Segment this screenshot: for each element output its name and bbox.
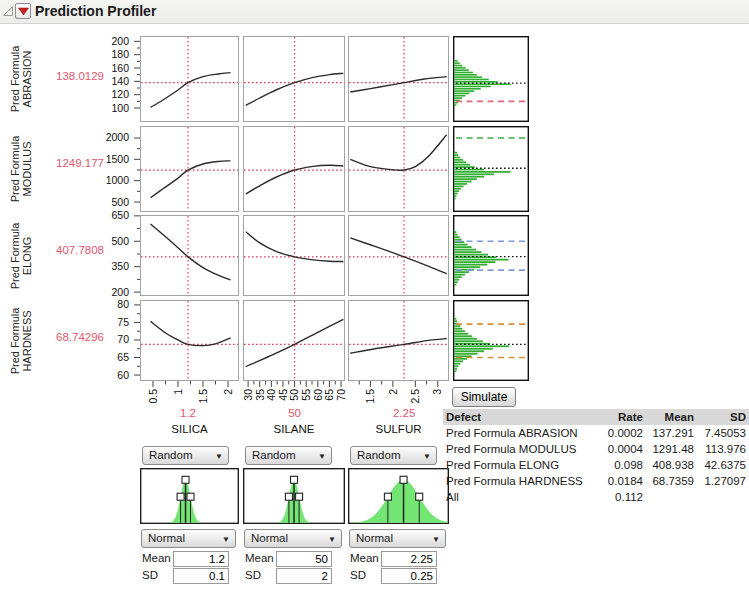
histogram-bar [454, 348, 492, 350]
sd-label-sulfur: SD [350, 568, 366, 583]
distribution-plot-silica[interactable] [140, 468, 239, 524]
red-triangle-menu-button[interactable] [15, 3, 31, 19]
simulation-histogram-hardness [453, 300, 529, 381]
silica-mean-input[interactable] [173, 551, 229, 567]
chevron-down-icon: ▼ [215, 448, 223, 465]
y-tick-label: 65 [92, 351, 129, 363]
defect-table-cell-rate: 0.0004 [588, 441, 645, 457]
profile-cell-elong-silica[interactable] [140, 215, 239, 296]
defect-table-cell-mean [645, 489, 696, 505]
profile-cell-elong-silane[interactable] [243, 215, 345, 296]
profile-cell-hardness-sulfur[interactable] [348, 300, 449, 381]
silica-sd-input[interactable] [173, 568, 229, 584]
histogram-bar [454, 266, 480, 268]
histogram-bar [454, 152, 457, 154]
x-tick-label: 2.5 [410, 389, 421, 404]
factor-current-value-sulfur[interactable]: 2.25 [369, 407, 439, 419]
simulation-histogram-elong [453, 215, 529, 296]
histogram-bar [454, 365, 458, 367]
defect-table: DefectRateMeanSDPred Formula ABRASION0.0… [443, 409, 749, 505]
mean-label-sulfur: Mean [350, 551, 379, 566]
simulate-button[interactable]: Simulate [452, 387, 516, 407]
distribution-dropdown-silica[interactable]: Normal▼ [141, 529, 236, 548]
sulfur-mean-input[interactable] [381, 551, 437, 567]
profile-cell-abrasion-silane[interactable] [243, 36, 345, 122]
histogram-bar [454, 76, 482, 78]
histogram-bar [454, 318, 456, 320]
simulation-histogram-modulus [453, 126, 529, 212]
silane-mean-input[interactable] [276, 551, 332, 567]
defect-table-cell-sd [696, 489, 748, 505]
chevron-down-icon: ▼ [318, 448, 326, 465]
mean-handle [182, 476, 189, 483]
profile-cell-modulus-silica[interactable] [140, 126, 239, 212]
profile-cell-hardness-silica[interactable] [140, 300, 239, 381]
defect-table-cell-sd: 113.976 [696, 441, 748, 457]
histogram-bar [454, 333, 468, 335]
mean-handle [400, 476, 407, 483]
histogram-bar [454, 173, 494, 175]
random-dropdown-silica[interactable]: Random▼ [142, 446, 229, 465]
response-label-prefix: Pred Formula [9, 307, 21, 374]
y-tick-label: 350 [92, 260, 129, 272]
distribution-plot-silane[interactable] [243, 468, 345, 524]
histogram-bar [454, 251, 481, 253]
y-tick-label: 500 [92, 235, 129, 247]
histogram-bar [454, 271, 469, 273]
profile-cell-modulus-silane[interactable] [243, 126, 345, 212]
defect-table-cell-mean: 1291.48 [645, 441, 696, 457]
histogram-bar [454, 274, 465, 276]
outline-header: Prediction Profiler [0, 0, 749, 24]
y-tick-label: 140 [92, 75, 129, 87]
x-tick-label: 35 [254, 389, 265, 401]
random-dropdown-sulfur[interactable]: Random▼ [350, 446, 437, 465]
defect-table-cell-mean: 68.7359 [645, 473, 696, 489]
histogram-bar [454, 279, 459, 281]
profile-cell-modulus-sulfur[interactable] [348, 126, 449, 212]
histogram-bar [454, 198, 455, 200]
profile-cell-abrasion-silica[interactable] [140, 36, 239, 122]
profile-cell-abrasion-sulfur[interactable] [348, 36, 449, 122]
x-tick-label: 1.5 [198, 389, 209, 404]
distribution-plot-sulfur[interactable] [348, 468, 449, 524]
factor-current-value-silane[interactable]: 50 [260, 407, 330, 419]
silane-sd-input[interactable] [276, 568, 332, 584]
histogram-bar [454, 195, 456, 197]
histogram-bar [454, 281, 457, 283]
histogram-bar [454, 190, 459, 192]
sd-label-silane: SD [245, 568, 261, 583]
distribution-dropdown-sulfur[interactable]: Normal▼ [349, 529, 446, 548]
y-tick-label: 100 [92, 102, 129, 114]
defect-table-cell-name: Pred Formula MODULUS [443, 441, 588, 457]
sd-handle [187, 493, 194, 500]
random-dropdown-label: Random [357, 449, 400, 461]
response-label-prefix: Pred Formula [9, 46, 21, 113]
histogram-bar [454, 193, 457, 195]
x-tick-label: 50 [289, 389, 300, 401]
x-tick-label: 30 [243, 389, 254, 401]
y-tick-label: 1500 [92, 153, 129, 165]
histogram-bar [454, 104, 456, 106]
histogram-bar [454, 157, 460, 159]
y-axis-ticks-hardness [131, 295, 140, 386]
defect-table-cell-name: Pred Formula ELONG [443, 457, 588, 473]
histogram-bar [454, 345, 509, 347]
random-dropdown-silane[interactable]: Random▼ [245, 446, 332, 465]
profile-cell-elong-sulfur[interactable] [348, 215, 449, 296]
x-tick-label: 1 [173, 389, 184, 395]
histogram-bar [454, 81, 498, 83]
defect-table-header-cell: SD [696, 409, 748, 425]
defect-table-header-cell: Defect [443, 409, 588, 425]
factor-name-silica: SILICA [140, 423, 239, 435]
profile-cell-hardness-silane[interactable] [243, 300, 345, 381]
defect-table-cell-rate: 0.0002 [588, 425, 645, 441]
defect-table-cell-name: Pred Formula HARDNESS [443, 473, 588, 489]
histogram-bar [454, 246, 471, 248]
sulfur-sd-input[interactable] [381, 568, 437, 584]
sd-handle [416, 493, 423, 500]
factor-name-sulfur: SULFUR [348, 423, 449, 435]
distribution-dropdown-silane[interactable]: Normal▼ [244, 529, 342, 548]
y-axis-ticks-modulus [131, 121, 140, 217]
disclosure-triangle-icon[interactable] [2, 5, 14, 17]
factor-current-value-silica[interactable]: 1.2 [153, 407, 223, 419]
